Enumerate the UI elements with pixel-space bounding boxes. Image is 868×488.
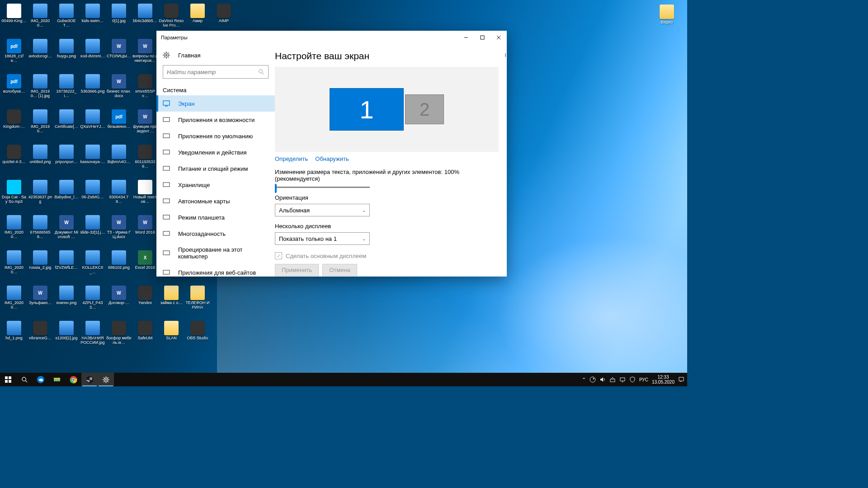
tray-defender-icon[interactable]	[629, 376, 636, 383]
start-button[interactable]	[0, 373, 16, 386]
maximize-button[interactable]	[474, 31, 491, 44]
desktop-icon[interactable]: xmvx8SSPv…	[132, 72, 158, 106]
desktop-icon[interactable]: huygu.png	[53, 37, 80, 70]
taskbar-edge[interactable]	[33, 373, 49, 386]
desktop-icon[interactable]: AIMP	[211, 2, 237, 35]
desktop-icon[interactable]: quizlet-4-3…	[1, 143, 27, 176]
slider-thumb[interactable]	[275, 184, 277, 193]
desktop-icon[interactable]: WТЗ - Ирина ГЦ.docx	[106, 213, 132, 247]
nav-item[interactable]: Уведомления и действия	[156, 144, 275, 160]
nav-item[interactable]: Многозадачность	[156, 225, 275, 242]
nav-item[interactable]: Приложения и возможности	[156, 112, 275, 128]
desktop-icon[interactable]: IMG_20200…	[1, 284, 27, 317]
taskbar-steam[interactable]	[81, 373, 98, 386]
desktop-icon[interactable]: SLAN	[158, 319, 184, 352]
desktop-icon[interactable]: BqbmA4O…	[106, 143, 132, 176]
desktop-icon[interactable]: fZVZWfLE…	[53, 249, 80, 282]
desktop-icon[interactable]: займа с о…	[158, 284, 184, 317]
tray-clock[interactable]: 12:33 13.05.2020	[652, 375, 675, 385]
desktop-icon[interactable]: рлролрол…	[53, 143, 80, 176]
link-detect[interactable]: Обнаружить	[315, 155, 349, 162]
desktop-icon[interactable]: Амир	[184, 2, 211, 35]
desktop-icon[interactable]: Doja Cat - Say So.mp3	[1, 178, 27, 211]
desktop-icon[interactable]: vibranceG…	[27, 319, 53, 352]
desktop-icon[interactable]: енкген.png	[53, 284, 80, 317]
desktop-icon[interactable]: 06-ZstMG…	[80, 178, 106, 211]
desktop-icon[interactable]: untitled.png	[27, 143, 53, 176]
desktop-icon[interactable]: 18738222_i…	[53, 72, 80, 106]
desktop-icon[interactable]: 5363666.png	[80, 72, 106, 106]
nav-item[interactable]: Питание и спящий режим	[156, 160, 275, 177]
desktop-icon[interactable]: 6756865658…	[27, 213, 53, 247]
desktop-icon[interactable]: Wвопросы по анкетиров…	[132, 37, 158, 70]
monitor-1[interactable]: 1	[330, 88, 404, 131]
scale-slider[interactable]	[275, 187, 370, 188]
desktop-icon[interactable]: SafeUM	[132, 319, 158, 352]
scrollbar[interactable]	[500, 44, 507, 277]
search-box[interactable]	[163, 65, 269, 79]
desktop-icon[interactable]: IMG_20200…	[1, 213, 27, 247]
desktop-icon[interactable]: 8300434.79…	[106, 178, 132, 211]
monitor-2[interactable]: 2	[405, 94, 444, 124]
desktop-icon[interactable]: 42353637.png	[27, 178, 53, 211]
desktop-icon[interactable]: 6011935339…	[132, 143, 158, 176]
orientation-select[interactable]: Альбомная ⌄	[275, 204, 370, 216]
nav-item[interactable]: Экран	[156, 95, 275, 112]
desktop-icon[interactable]: 686102.png	[106, 249, 132, 282]
desktop-icon[interactable]: XExcel 2016	[132, 249, 158, 282]
link-identify[interactable]: Определить	[275, 155, 308, 162]
desktop-icon[interactable]: ТЕЛЕФОН ИРИНА	[184, 284, 211, 317]
desktop-icon[interactable]: s1200[1].jpg	[53, 319, 80, 352]
tray-steam-icon[interactable]	[590, 376, 596, 383]
tray-network-icon[interactable]	[619, 376, 626, 383]
desktop-icon[interactable]: russia_2.jpg	[27, 249, 53, 282]
desktop-icon[interactable]: IMG_20200…	[1, 249, 27, 282]
desktop-icon[interactable]: Wбизнес план.docx	[106, 72, 132, 106]
close-button[interactable]	[491, 31, 507, 44]
nav-item[interactable]: Хранилище	[156, 177, 275, 193]
desktop-icon[interactable]: slide-32[1].j…	[80, 213, 106, 247]
desktop-icon[interactable]: 00499-King…	[1, 2, 27, 35]
desktop-icon[interactable]: НАЗВАНИЯ РОССИИ.jpg	[80, 319, 106, 352]
desktop-icon[interactable]: WWord 2016	[132, 213, 158, 247]
desktop-icon[interactable]: QXaVHeYJ…	[80, 108, 106, 141]
desktop-icon[interactable]: Новый текстов…	[132, 178, 158, 211]
taskbar-app1[interactable]	[49, 373, 65, 386]
desktop-icon[interactable]: WСТОЛИЦЫ…	[106, 37, 132, 70]
taskbar-settings[interactable]	[98, 373, 114, 386]
desktop-icon-videos[interactable]: Видео	[654, 3, 680, 36]
desktop-icon[interactable]: xod-dvizeni…	[80, 37, 106, 70]
desktop-icon[interactable]: Babydive_l…	[53, 178, 80, 211]
desktop-icon[interactable]: DaVinci Resolve Pro…	[158, 2, 184, 35]
desktop-icon[interactable]: kassovaya-…	[80, 143, 106, 176]
nav-item[interactable]: Проецирование на этот компьютер	[156, 242, 275, 264]
tray-volume-icon[interactable]	[599, 376, 606, 383]
desktop-icon[interactable]: Wфункции президент…	[132, 108, 158, 141]
desktop-icon[interactable]: avtodorogi…	[27, 37, 53, 70]
desktop-icon[interactable]: WДокумент Microsoft …	[53, 213, 80, 247]
desktop-icon[interactable]: 0[1].jpg	[106, 2, 132, 35]
nav-item[interactable]: Режим планшета	[156, 209, 275, 225]
desktop-icon[interactable]: OBS Studio	[184, 319, 211, 352]
desktop-icon[interactable]: pdf18628_c1fe…	[1, 37, 27, 70]
desktop-icon[interactable]: bb4c3d6b5…	[132, 2, 158, 35]
desktop-icon[interactable]: WЗульфаиз…	[27, 284, 53, 317]
desktop-icon[interactable]: 4ZPLf_P433…	[80, 284, 106, 317]
desktop-icon[interactable]: Yandex	[132, 284, 158, 317]
desktop-icon[interactable]: pdfбезымянн…	[106, 108, 132, 141]
taskbar-chrome[interactable]	[65, 373, 81, 386]
desktop-icon[interactable]: Kingdom-…	[1, 108, 27, 141]
desktop-icon[interactable]: IMG_20190…	[27, 108, 53, 141]
display-arrangement[interactable]: 1 2	[275, 67, 499, 152]
desktop-icon[interactable]: WДоговор-…	[106, 284, 132, 317]
minimize-button[interactable]	[458, 31, 474, 44]
desktop-icon[interactable]: Certificate[…	[53, 108, 80, 141]
desktop-icon[interactable]: босфор мебель.w…	[106, 319, 132, 352]
tray-notifications-icon[interactable]	[678, 376, 684, 383]
nav-item[interactable]: Приложения для веб-сайтов	[156, 264, 275, 277]
multi-display-select[interactable]: Показать только на 1 ⌄	[275, 232, 370, 245]
desktop-icon[interactable]: IMG_20200…	[27, 2, 53, 35]
desktop-icon[interactable]: kids-swim…	[80, 2, 106, 35]
nav-item[interactable]: Автономные карты	[156, 193, 275, 209]
desktop-icon[interactable]: hd_1.png	[1, 319, 27, 352]
